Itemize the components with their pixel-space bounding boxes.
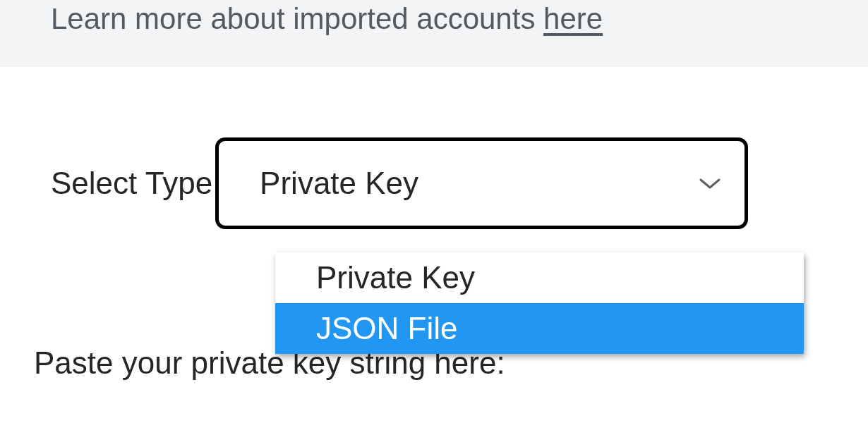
info-banner: Learn more about imported accounts here bbox=[0, 0, 868, 67]
option-private-key[interactable]: Private Key bbox=[275, 252, 804, 303]
select-type-label: Select Type bbox=[51, 166, 212, 201]
content-area: Select Type Private Key bbox=[0, 67, 868, 229]
info-text: Learn more about imported accounts bbox=[51, 2, 543, 35]
select-type-dropdown[interactable]: Private Key bbox=[215, 137, 748, 229]
learn-more-link[interactable]: here bbox=[543, 2, 603, 35]
option-json-file[interactable]: JSON File bbox=[275, 303, 804, 354]
select-type-value: Private Key bbox=[260, 166, 697, 201]
chevron-down-icon bbox=[697, 170, 723, 197]
select-type-row: Select Type Private Key bbox=[0, 137, 868, 229]
select-type-dropdown-list: Private Key JSON File bbox=[275, 252, 804, 354]
